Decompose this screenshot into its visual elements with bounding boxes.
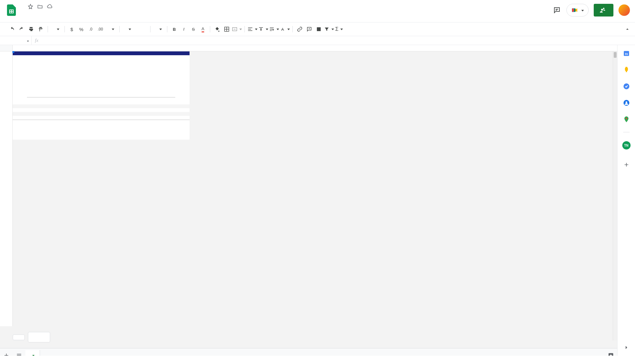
- sheet-tab-bar: ▾: [0, 348, 617, 356]
- title-bar: [0, 0, 635, 20]
- doc-name[interactable]: [20, 6, 24, 7]
- star-icon[interactable]: [27, 3, 34, 10]
- text-wrap-icon[interactable]: [269, 25, 279, 34]
- add-rows-button[interactable]: [13, 334, 25, 340]
- keep-icon[interactable]: [623, 66, 630, 74]
- menu-view[interactable]: [33, 13, 39, 16]
- increase-decimal-icon[interactable]: .00: [96, 25, 105, 34]
- currency-icon[interactable]: $: [67, 25, 76, 34]
- fx-icon: fx: [32, 38, 42, 43]
- undo-icon[interactable]: [8, 25, 17, 34]
- functions-icon[interactable]: Σ: [335, 25, 344, 34]
- insert-comment-icon[interactable]: [305, 25, 314, 34]
- calendar-icon[interactable]: 31: [623, 50, 630, 57]
- sheet-tab[interactable]: ▾: [25, 350, 40, 356]
- line-item[interactable]: [13, 112, 190, 116]
- explore-icon[interactable]: [605, 349, 617, 356]
- vertical-scrollbar[interactable]: [613, 51, 617, 341]
- all-sheets-icon[interactable]: [13, 349, 25, 356]
- get-addons-icon[interactable]: [623, 161, 630, 169]
- menu-data[interactable]: [52, 13, 58, 16]
- line-item[interactable]: [13, 116, 190, 120]
- cloud-status-icon[interactable]: [46, 3, 53, 10]
- invoice-document: [13, 51, 190, 140]
- svg-point-10: [625, 118, 627, 119]
- toolbar: $ % .0 .00 B I S A Σ: [0, 22, 635, 36]
- account-avatar[interactable]: [618, 4, 630, 16]
- menu-format[interactable]: [46, 13, 51, 16]
- link-icon[interactable]: [295, 25, 304, 34]
- menu-bar: [20, 11, 81, 18]
- menu-tools[interactable]: [58, 13, 64, 16]
- percent-icon[interactable]: %: [77, 25, 86, 34]
- svg-text:31: 31: [625, 52, 628, 56]
- strikethrough-icon[interactable]: S: [189, 25, 198, 34]
- sheets-logo[interactable]: [5, 4, 18, 17]
- line-item[interactable]: [13, 104, 190, 108]
- submitted-date[interactable]: [13, 72, 190, 74]
- menu-extensions[interactable]: [65, 13, 70, 16]
- chevron-down-icon[interactable]: ▾: [32, 353, 35, 356]
- filter-icon[interactable]: [324, 25, 334, 34]
- header-bar: [13, 51, 190, 55]
- zoom-select[interactable]: [50, 25, 62, 34]
- font-select[interactable]: [122, 25, 148, 34]
- formula-input[interactable]: [42, 36, 635, 45]
- hide-sidepanel-icon[interactable]: [623, 344, 630, 351]
- italic-icon[interactable]: I: [179, 25, 188, 34]
- insert-chart-icon[interactable]: [314, 25, 323, 34]
- grand-total[interactable]: [86, 128, 175, 130]
- addon-icon[interactable]: TN: [622, 141, 631, 149]
- select-all-corner[interactable]: [0, 45, 13, 51]
- maps-icon[interactable]: [623, 116, 630, 123]
- collapse-toolbar-icon[interactable]: [623, 25, 632, 34]
- formula-bar: fx: [0, 36, 635, 45]
- side-panel: 31 TN: [617, 45, 635, 356]
- add-rows-bar: [0, 326, 617, 348]
- line-item[interactable]: [13, 108, 190, 112]
- tasks-icon[interactable]: [623, 83, 630, 90]
- chevron-down-icon: [27, 38, 29, 43]
- v-align-icon[interactable]: [258, 25, 268, 34]
- spreadsheet-grid[interactable]: ▾: [0, 45, 617, 356]
- share-button[interactable]: [594, 4, 613, 17]
- print-icon[interactable]: [27, 25, 36, 34]
- text-rotate-icon[interactable]: [280, 25, 290, 34]
- invoice-title[interactable]: [13, 62, 190, 72]
- h-align-icon[interactable]: [247, 25, 257, 34]
- chevron-down-icon: [579, 8, 584, 13]
- bold-icon[interactable]: B: [170, 25, 179, 34]
- borders-icon[interactable]: [222, 25, 231, 34]
- menu-edit[interactable]: [27, 13, 32, 16]
- cells-area[interactable]: [13, 51, 617, 326]
- decrease-decimal-icon[interactable]: .0: [86, 25, 95, 34]
- svg-point-9: [625, 101, 627, 103]
- redo-icon[interactable]: [17, 25, 26, 34]
- menu-insert[interactable]: [39, 13, 45, 16]
- menu-help[interactable]: [71, 13, 77, 16]
- number-format-select[interactable]: [105, 25, 117, 34]
- menu-file[interactable]: [20, 13, 26, 16]
- comments-icon[interactable]: [552, 6, 561, 15]
- contacts-icon[interactable]: [623, 99, 630, 107]
- move-icon[interactable]: [37, 3, 43, 10]
- add-sheet-icon[interactable]: [0, 349, 13, 356]
- company-name[interactable]: [13, 55, 190, 60]
- name-box[interactable]: [0, 36, 32, 45]
- font-size-select[interactable]: [153, 25, 164, 34]
- add-rows-count-input[interactable]: [28, 332, 50, 342]
- text-color-icon[interactable]: A: [198, 25, 207, 34]
- paint-format-icon[interactable]: [36, 25, 45, 34]
- fill-color-icon[interactable]: [213, 25, 222, 34]
- meet-button[interactable]: [566, 4, 589, 17]
- active-cell-outline: [13, 51, 14, 53]
- merge-cells-icon[interactable]: [232, 25, 242, 34]
